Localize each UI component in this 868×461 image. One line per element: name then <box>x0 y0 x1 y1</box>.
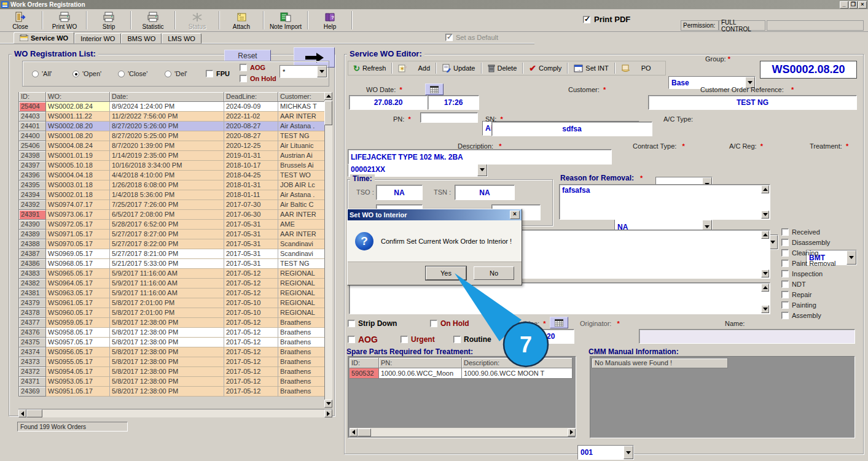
set-as-default-checkbox[interactable]: Set as Default <box>445 34 498 41</box>
scroll-down-button[interactable] <box>324 400 332 408</box>
set-as-default-box[interactable] <box>445 34 453 41</box>
pn-aux-field[interactable] <box>420 112 478 123</box>
scroll-left-button[interactable] <box>350 428 358 436</box>
dialog-close-button[interactable]: × <box>510 211 520 219</box>
checkbox-box[interactable] <box>781 312 789 319</box>
sn-field[interactable]: sdfsa <box>491 122 652 136</box>
note-import-button[interactable]: Note Import <box>265 9 306 31</box>
comply-button[interactable]: ✔ Comply <box>524 62 566 74</box>
scroll-up-button[interactable] <box>761 231 769 239</box>
table-row[interactable]: 24391WS0973.06.176/5/2017 2:08:00 PM2017… <box>19 210 324 220</box>
reason-textarea[interactable]: fafsafsa <box>559 184 770 220</box>
table-row[interactable]: 24390WS0972.05.175/28/2017 6:52:00 PM201… <box>19 220 324 230</box>
checkbox-box[interactable] <box>781 270 789 277</box>
col-customer[interactable]: Customer: <box>278 92 325 102</box>
minimize-button[interactable]: _ <box>840 1 848 9</box>
combo-dropdown-button[interactable] <box>624 446 633 459</box>
fpu-checkbox[interactable]: FPU <box>206 70 230 77</box>
stage-checkbox-inspection[interactable]: Inspection <box>781 270 836 277</box>
wo-table-vscrollbar[interactable] <box>324 92 332 408</box>
table-row[interactable]: 24392WS0974.07.177/25/2017 7:26:00 PM201… <box>19 200 324 210</box>
table-row[interactable]: 24375WS0957.05.175/8/2017 12:38:00 PM201… <box>19 338 324 347</box>
stage-checkbox-disassembly[interactable]: Disassembly <box>781 239 836 246</box>
table-row[interactable]: 24374WS0956.05.175/8/2017 12:38:00 PM201… <box>19 347 324 357</box>
table-row[interactable]: 24369WS0951.05.175/8/2017 12:38:00 PM201… <box>19 387 324 397</box>
print-wo-button[interactable]: Print WO <box>44 9 85 31</box>
no-button[interactable]: No <box>474 266 514 280</box>
table-row[interactable]: 24383WS0965.05.175/9/2017 11:16:00 AM201… <box>19 269 324 279</box>
table-row[interactable]: 24373WS0955.05.175/8/2017 12:38:00 PM201… <box>19 357 324 367</box>
table-row[interactable]: 24371WS0953.05.175/8/2017 12:38:00 PM201… <box>19 377 324 387</box>
wo-time-field[interactable]: 17:26 <box>428 95 479 110</box>
deadline-field[interactable]: 27.08.20 <box>507 329 574 344</box>
table-row[interactable]: 24376WS0958.05.175/8/2017 12:38:00 PM201… <box>19 328 324 338</box>
scroll-up-button[interactable] <box>324 92 332 100</box>
cor-field[interactable]: TEST NG <box>648 95 857 110</box>
routine-checkbox[interactable]: Routine <box>453 335 491 344</box>
col-deadline[interactable]: DeadLine: <box>224 92 278 102</box>
spare-part-row[interactable]: 5905321000.90.06.WCC_Moon1000.90.06.WCC … <box>350 368 574 379</box>
radio-all[interactable]: 'All' <box>32 70 52 77</box>
scroll-up-button[interactable] <box>761 284 769 292</box>
spares-hscrollbar[interactable] <box>350 428 576 436</box>
wo-table-hscrollbar[interactable] <box>18 409 332 417</box>
aog-checkbox[interactable]: AOG <box>348 335 378 344</box>
col-wo[interactable]: WO: <box>46 92 110 102</box>
stage-checkbox-received[interactable]: Received <box>781 228 836 236</box>
wo-filter-combobox[interactable]: * <box>280 65 327 78</box>
po-button[interactable]: PO <box>616 62 656 74</box>
table-row[interactable]: 24388WS0970.05.175/27/2017 8:22:00 PM201… <box>19 239 324 249</box>
table-row[interactable]: 24372WS0954.05.175/8/2017 12:38:00 PM201… <box>19 367 324 377</box>
close-window-button[interactable]: × <box>858 1 867 9</box>
scroll-right-button[interactable] <box>324 409 332 417</box>
scroll-down-button[interactable] <box>761 211 769 219</box>
description-field[interactable]: LIFEJACKET TYPE 102 Mk. 2BA <box>348 149 612 165</box>
update-button[interactable]: Update <box>437 62 480 74</box>
checkbox-box[interactable] <box>781 249 789 257</box>
checkbox-box[interactable] <box>781 301 789 309</box>
table-row[interactable]: 25406WS0004.08.248/7/2020 1:39:00 PM2020… <box>19 141 324 151</box>
scroll-left-button[interactable] <box>18 409 26 417</box>
table-row[interactable]: 24382WS0964.05.175/9/2017 11:16:00 AM201… <box>19 279 324 289</box>
wo-date-calendar-button[interactable] <box>425 83 444 95</box>
stage-checkbox-assembly[interactable]: Assembly <box>781 312 836 319</box>
checkbox-box[interactable] <box>781 291 789 298</box>
table-row[interactable]: 24386WS0968.05.175/21/2017 5:33:00 PM201… <box>19 259 324 269</box>
table-row[interactable]: 24395WS0003.01.181/26/2018 6:08:00 PM201… <box>19 180 324 190</box>
close-button[interactable]: Close <box>0 9 41 31</box>
scroll-down-button[interactable] <box>761 269 769 277</box>
reset-button[interactable]: Reset <box>224 50 271 61</box>
table-row[interactable]: 25404WS0002.08.248/9/2024 1:24:00 PM2024… <box>19 102 324 112</box>
name-field[interactable] <box>639 329 855 344</box>
notes-textarea-2[interactable] <box>349 282 770 314</box>
aog-filter-checkbox[interactable]: AOG <box>240 64 265 71</box>
wo-date-field[interactable]: 27.08.20 <box>349 95 428 110</box>
attach-button[interactable]: Attach <box>221 9 262 31</box>
yes-button[interactable]: Yes <box>426 266 466 280</box>
stage-checkbox-repair[interactable]: Repair <box>781 291 836 298</box>
delete-button[interactable]: Delete <box>483 62 522 74</box>
tab-bms-wo[interactable]: BMS WO <box>121 33 162 44</box>
table-row[interactable]: 24394WS0002.01.181/4/2018 5:36:00 PM2018… <box>19 190 324 200</box>
refresh-button[interactable]: ↻ Refresh <box>348 62 391 74</box>
scroll-down-button[interactable] <box>761 305 769 313</box>
tab-service-wo[interactable]: Service WO <box>14 32 74 44</box>
stage-checkbox-cleaning[interactable]: Cleaning <box>781 249 836 257</box>
table-row[interactable]: 24389WS0971.05.175/27/2017 8:27:00 PM201… <box>19 230 324 239</box>
radio-close[interactable]: 'Close' <box>118 70 147 77</box>
table-row[interactable]: 24403WS0001.11.2211/2/2022 7:56:00 PM202… <box>19 112 324 122</box>
tsn-field[interactable]: NA <box>455 185 515 200</box>
tso-field[interactable]: NA <box>376 185 423 200</box>
add-button[interactable]: ✶ Add <box>393 62 435 74</box>
on-hold-checkbox[interactable]: On Hold <box>430 319 469 328</box>
checkbox-box[interactable] <box>781 260 789 267</box>
table-row[interactable]: 24378WS0960.05.175/8/2017 2:01:00 PM2017… <box>19 308 324 318</box>
radio-open[interactable]: 'Open' <box>72 70 101 77</box>
checkbox-box[interactable] <box>781 239 789 246</box>
table-row[interactable]: 24377WS0959.05.175/8/2017 12:38:00 PM201… <box>19 318 324 328</box>
scroll-up-button[interactable] <box>761 185 769 193</box>
tab-lms-wo[interactable]: LMS WO <box>162 33 201 44</box>
print-pdf-checkbox[interactable]: Print PDF <box>583 15 630 24</box>
restore-button[interactable]: ❐ <box>849 1 858 9</box>
table-row[interactable]: 24396WS0004.04.184/4/2018 4:10:00 PM2018… <box>19 171 324 180</box>
